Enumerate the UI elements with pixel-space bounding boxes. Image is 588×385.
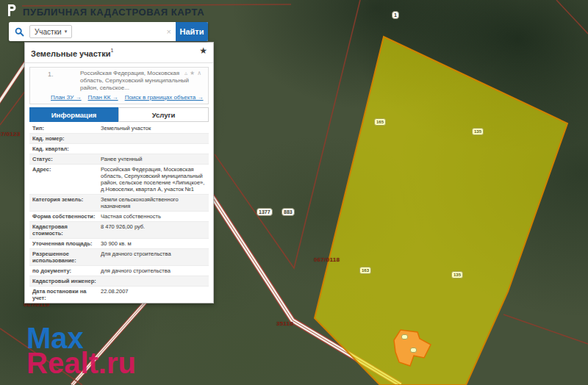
table-row: Статус:Ранее учтенный — [29, 154, 209, 165]
search-category-dropdown[interactable]: Участки ▾ — [29, 25, 72, 38]
table-row: Кад. номер: — [29, 134, 209, 144]
favorite-star-icon[interactable]: ★ — [199, 46, 207, 56]
app-header: ПУБЛИЧНАЯ КАДАСТРОВАЯ КАРТА — [6, 4, 204, 20]
parcel-details-table: Тип:Земельный участок Кад. номер: Кад. к… — [29, 123, 209, 303]
search-input[interactable] — [75, 24, 162, 39]
clear-search-icon[interactable]: × — [162, 27, 176, 36]
pkk-logo-icon — [6, 4, 17, 20]
table-row: Кадастровый инженер: — [29, 276, 209, 287]
table-row: Тип:Земельный участок — [29, 123, 209, 134]
selected-parcel-polygon[interactable] — [315, 37, 567, 385]
cadastral-number-label: 35118 — [276, 320, 293, 327]
triangle-icon[interactable]: ▵ — [184, 70, 190, 76]
search-submit-button[interactable]: Найти — [176, 22, 208, 41]
star-icon[interactable]: ★ — [190, 70, 197, 76]
cadastral-number-label: 067/0118 — [314, 256, 340, 263]
link-search-in-bounds[interactable]: Поиск в границах объекта → — [125, 94, 204, 101]
collapse-icon[interactable]: ∧ — [197, 70, 204, 76]
result-item-card[interactable]: 1. ▵★∧ Российская Федерация, Московская … — [29, 67, 209, 104]
parcel-point-label — [410, 348, 417, 353]
link-plan-zu[interactable]: План ЗУ → — [51, 94, 82, 101]
table-row: Уточненная площадь:30 900 кв. м — [29, 239, 209, 249]
watermark-line2: Realt.ru — [26, 351, 136, 376]
table-row: Кадастровая стоимость:8 470 926,00 руб. — [29, 222, 209, 239]
watermark: Max Realt.ru — [26, 326, 136, 375]
parcel-point-label: 163 — [359, 267, 371, 274]
parcel-point-label: 165 — [374, 118, 386, 126]
tab-information[interactable]: Информация — [29, 107, 118, 122]
panel-tabs: Информация Услуги — [29, 107, 209, 122]
search-bar: Участки ▾ × Найти — [9, 22, 208, 41]
table-row: Категория земель:Земли сельскохозяйствен… — [29, 195, 209, 212]
table-row: Адрес:Российская Федерация, Московская о… — [29, 165, 209, 195]
table-row: по документу:для дачного строительства — [29, 266, 209, 276]
map-label-pill: 1 — [392, 11, 399, 19]
chevron-down-icon: ▾ — [65, 29, 68, 35]
result-links: План ЗУ → План КК → Поиск в границах объ… — [51, 94, 204, 101]
parcel-point-label — [401, 334, 408, 339]
link-plan-kk[interactable]: План КК → — [88, 94, 118, 101]
table-row: Кад. квартал: — [29, 144, 209, 154]
search-category-label: Участки — [35, 28, 62, 36]
panel-title-count: 1 — [110, 48, 113, 53]
map-label-pill: 883 — [282, 208, 295, 216]
parcel-point-label: 135 — [451, 271, 463, 278]
table-row: Разрешенное использование:Для дачного ст… — [29, 249, 209, 266]
table-row: Форма собственности:Частная собственност… — [29, 212, 209, 222]
result-index: 1. — [48, 71, 54, 78]
panel-title: Земельные участки — [31, 49, 110, 58]
app-window: 1377 883 1 165 135 163 135 067/0118 3511… — [0, 0, 588, 385]
table-row: Дата постановки на учет:22.08.2007 — [29, 287, 209, 303]
parcel-info-panel: Земельные участки1 ★ 1. ▵★∧ Российская Ф… — [24, 42, 214, 303]
result-item-icons: ▵★∧ — [184, 70, 204, 76]
app-title: ПУБЛИЧНАЯ КАДАСТРОВАЯ КАРТА — [23, 7, 204, 18]
panel-title-row: Земельные участки1 ★ — [25, 43, 213, 63]
cadastral-number-label: 067/0123 — [0, 131, 21, 137]
map-label-pill: 1377 — [257, 208, 273, 216]
tab-services[interactable]: Услуги — [118, 107, 209, 122]
search-icon — [9, 27, 29, 37]
parcel-point-label: 135 — [472, 128, 484, 135]
